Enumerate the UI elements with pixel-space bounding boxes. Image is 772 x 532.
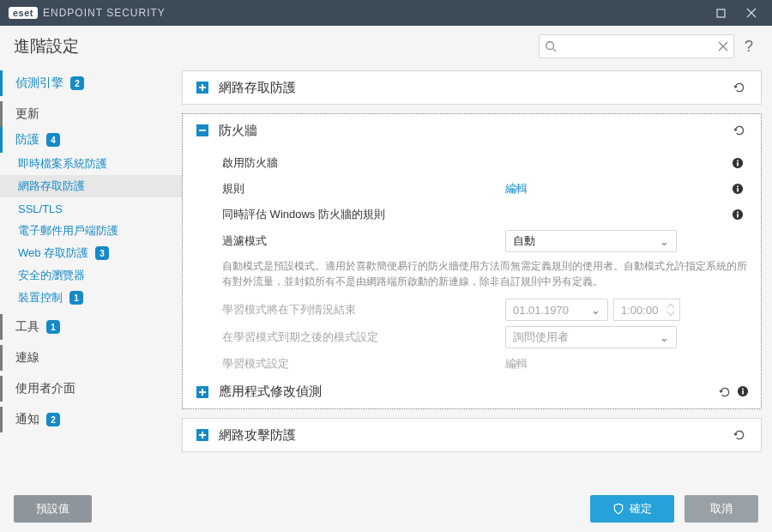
time-spinner — [666, 303, 676, 317]
app-logo: eset ENDPOINT SECURITY — [9, 7, 166, 19]
button-label: 取消 — [710, 501, 733, 517]
undo-icon — [733, 81, 746, 94]
row-enable-firewall: 啟用防火牆 — [222, 150, 749, 176]
info-icon — [732, 209, 744, 221]
button-label: 確定 — [630, 501, 652, 517]
filter-mode-select[interactable]: 自動 ⌄ — [505, 230, 677, 252]
sidebar-item-label: 即時檔案系統防護 — [18, 156, 107, 172]
sidebar-item[interactable]: 電子郵件用戶端防護 — [0, 220, 182, 242]
panel-header[interactable]: 防火牆 — [183, 114, 761, 147]
subsection-app-modification[interactable]: 應用程式修改偵測 — [195, 384, 749, 400]
row-windows-firewall: 同時評估 Windows 防火牆的規則 — [222, 202, 749, 227]
time-value: 1:00:00 — [621, 304, 658, 317]
button-label: 預設值 — [36, 501, 69, 517]
reset-button[interactable] — [718, 385, 732, 399]
chevron-down-icon — [666, 311, 676, 317]
panel-title: 防火牆 — [219, 123, 257, 139]
window-maximize-button[interactable] — [705, 0, 736, 26]
info-button[interactable] — [732, 157, 749, 169]
info-button[interactable] — [732, 183, 749, 195]
label: 啟用防火牆 — [222, 155, 505, 171]
shield-icon — [612, 503, 624, 515]
reset-button[interactable] — [730, 121, 749, 140]
sidebar-item[interactable]: 防護4 — [0, 127, 182, 153]
sidebar-item-label: 防護 — [15, 132, 39, 148]
reset-button[interactable] — [730, 426, 749, 444]
sidebar-item[interactable]: 安全的瀏覽器 — [0, 264, 182, 287]
window-controls — [705, 0, 767, 26]
row-filter-mode: 過濾模式 自動 ⌄ — [222, 227, 749, 255]
sidebar-item[interactable]: 工具1 — [0, 314, 182, 340]
learning-end-date-select: 01.01.1970 ⌄ — [505, 299, 608, 321]
brand-name: ENDPOINT SECURITY — [43, 7, 166, 19]
sidebar-item[interactable]: SSL/TLS — [0, 197, 182, 220]
label: 在學習模式到期之後的模式設定 — [222, 329, 505, 345]
select-value: 01.01.1970 — [513, 304, 569, 317]
chevron-up-icon — [666, 303, 676, 310]
search-box[interactable] — [539, 34, 734, 58]
sidebar-item[interactable]: 更新 — [0, 101, 182, 127]
panel-network-attack-protection: 網路攻擊防護 — [182, 418, 762, 452]
sidebar-item[interactable]: 偵測引擎2 — [0, 70, 182, 96]
collapse-icon — [195, 123, 210, 138]
search-icon — [545, 40, 557, 52]
edit-rules-link[interactable]: 編輯 — [505, 182, 528, 195]
square-icon — [716, 9, 726, 18]
select-value: 自動 — [513, 233, 535, 249]
svg-rect-19 — [737, 214, 739, 217]
sidebar-item[interactable]: 使用者介面 — [0, 376, 182, 402]
label: 學習模式將在下列情況結束 — [222, 302, 505, 317]
undo-icon — [733, 124, 746, 137]
reset-button[interactable] — [730, 78, 749, 97]
window-close-button[interactable] — [736, 0, 767, 26]
ok-button[interactable]: 確定 — [590, 495, 674, 523]
row-rules: 規則 編輯 — [222, 176, 749, 202]
info-button[interactable] — [732, 209, 749, 221]
sidebar-item[interactable]: Web 存取防護3 — [0, 242, 182, 264]
panel-firewall: 防火牆 啟用防火牆 規則 編輯 — [182, 113, 762, 409]
label: 同時評估 Windows 防火牆的規則 — [222, 207, 505, 222]
sidebar-item[interactable]: 網路存取防護 — [0, 175, 182, 197]
panel-header[interactable]: 網路存取防護 — [183, 71, 761, 104]
sidebar-item-badge: 4 — [46, 133, 60, 147]
panel-header[interactable]: 網路攻擊防護 — [183, 419, 761, 451]
title-bar: eset ENDPOINT SECURITY — [0, 0, 772, 26]
cancel-button[interactable]: 取消 — [685, 495, 758, 523]
sidebar-item-label: 工具 — [15, 319, 39, 335]
sidebar-item[interactable]: 裝置控制1 — [0, 287, 182, 309]
chevron-down-icon: ⌄ — [660, 331, 669, 344]
sidebar-item-badge: 2 — [70, 76, 84, 90]
panel-title: 網路攻擊防護 — [219, 427, 296, 444]
label: 規則 — [222, 181, 505, 196]
sidebar-item[interactable]: 通知2 — [0, 407, 182, 432]
svg-rect-20 — [737, 212, 739, 214]
svg-rect-26 — [742, 388, 744, 390]
sidebar-item-label: Web 存取防護 — [18, 245, 88, 261]
filter-mode-description: 自動模式是預設模式。適用於喜歡簡便易行的防火牆使用方法而無需定義規則的使用者。自… — [222, 258, 749, 289]
info-button[interactable] — [737, 385, 749, 399]
expand-icon — [195, 427, 210, 443]
undo-icon — [733, 428, 746, 442]
page-title: 進階設定 — [14, 35, 79, 57]
footer: 預設值 確定 取消 — [0, 486, 772, 532]
sidebar-item-label: 偵測引擎 — [15, 76, 63, 91]
sidebar-item-label: 裝置控制 — [18, 290, 63, 305]
panel-network-access-protection: 網路存取防護 — [182, 70, 762, 105]
sidebar-item[interactable]: 連線 — [0, 345, 182, 371]
help-button[interactable]: ? — [739, 38, 758, 56]
defaults-button[interactable]: 預設值 — [14, 495, 92, 523]
row-learning-after-mode: 在學習模式到期之後的模式設定 詢問使用者 ⌄ — [222, 323, 749, 351]
info-icon — [732, 183, 744, 195]
sidebar-item[interactable]: 即時檔案系統防護 — [0, 153, 182, 175]
svg-rect-17 — [737, 186, 739, 188]
close-icon — [746, 8, 757, 18]
search-input[interactable] — [557, 39, 718, 54]
learning-settings-link: 編輯 — [505, 357, 528, 370]
page-header: 進階設定 ? — [0, 26, 772, 67]
select-value: 詢問使用者 — [513, 329, 569, 345]
sidebar-item-label: 電子郵件用戶端防護 — [18, 223, 118, 239]
row-learning-end: 學習模式將在下列情況結束 01.01.1970 ⌄ 1:00:00 — [222, 296, 749, 323]
clear-search-icon[interactable] — [718, 41, 728, 51]
row-learning-settings: 學習模式設定 編輯 — [222, 351, 749, 377]
sidebar-item-label: 更新 — [15, 106, 39, 122]
